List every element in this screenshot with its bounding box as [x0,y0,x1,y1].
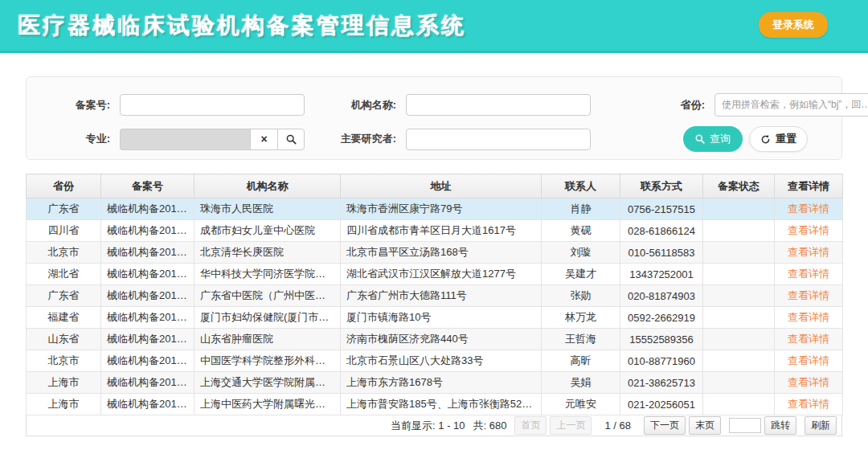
table-row[interactable]: 福建省械临机构备201800006厦门市妇幼保健院(厦门市林巧稚...厦门市镇海… [27,307,843,329]
cell-address: 珠海市香洲区康宁路79号 [341,198,542,220]
province-placeholder: 使用拼音检索，例如输入“bj”，回车即选... [722,98,868,112]
cell-address: 广东省广州市大德路111号 [341,285,542,307]
page-title: 医疗器械临床试验机构备案管理信息系统 [18,10,466,41]
cell-status [703,264,775,285]
cell-status [703,198,775,220]
table-row[interactable]: 山东省械临机构备201800007山东省肿瘤医院济南市槐荫区济兖路440号王哲海… [27,329,843,350]
view-detail-link[interactable]: 查看详情 [788,246,829,258]
cell-filing_no: 械临机构备201800010 [101,394,194,415]
cell-contact: 肖静 [542,198,620,220]
table-row[interactable]: 北京市械临机构备201800008中国医学科学院整形外科医院北京市石景山区八大处… [27,350,843,372]
cell-status [703,350,775,372]
cell-contact: 刘璇 [542,242,620,264]
specialty-clear-button[interactable]: × [250,129,277,150]
cell-contact: 高昕 [542,350,620,372]
view-detail-link[interactable]: 查看详情 [788,333,829,345]
view-detail-link[interactable]: 查看详情 [788,289,829,301]
cell-address: 北京市石景山区八大处路33号 [341,350,542,372]
column-header-4: 联系人 [542,174,620,198]
cell-address: 厦门市镇海路10号 [341,307,542,329]
cell-filing_no: 械临机构备201800002 [101,220,194,242]
table-row[interactable]: 北京市械临机构备201800003北京清华长庚医院北京市昌平区立汤路168号刘璇… [27,242,843,264]
query-button[interactable]: 查询 [683,126,743,152]
table-row[interactable]: 广东省械临机构备201800005广东省中医院（广州中医药大学第...广东省广州… [27,285,843,307]
view-detail-link[interactable]: 查看详情 [788,202,829,215]
table-row[interactable]: 上海市械临机构备201800009上海交通大学医学院附属上海儿童...上海市东方… [27,372,843,394]
view-detail-link[interactable]: 查看详情 [788,354,829,366]
total-count-text: 共: 680 [473,419,507,433]
cell-org: 珠海市人民医院 [194,198,341,220]
cell-contact: 张勋 [542,285,620,307]
cell-contact: 元唯安 [542,394,620,415]
cell-filing_no: 械临机构备201800008 [101,350,194,372]
cell-phone: 0756-2157515 [620,198,703,220]
view-detail-link[interactable]: 查看详情 [788,311,829,323]
cell-address: 上海市东方路1678号 [341,372,542,394]
table-header-row: 省份备案号机构名称地址联系人联系方式备案状态查看详情 [27,174,843,198]
view-detail-link[interactable]: 查看详情 [788,224,829,236]
cell-status [703,285,775,307]
specialty-search-button[interactable] [277,129,305,150]
cell-status [703,307,775,329]
table-row[interactable]: 湖北省械临机构备201800004华中科技大学同济医学院附属协和医院湖北省武汉市… [27,264,843,285]
cell-province: 广东省 [27,285,101,307]
province-select[interactable]: 使用拼音检索，例如输入“bj”，回车即选... [714,93,868,117]
cell-contact: 王哲海 [542,329,620,350]
reset-button[interactable]: 重置 [749,126,808,152]
next-page-button[interactable]: 下一页 [644,416,686,435]
first-page-button[interactable]: 首页 [514,416,547,435]
cell-province: 上海市 [27,372,101,394]
cell-org: 成都市妇女儿童中心医院 [194,220,341,242]
cell-province: 北京市 [27,350,101,372]
view-detail-link[interactable]: 查看详情 [788,268,829,280]
cell-contact: 吴建才 [542,264,620,285]
login-button[interactable]: 登录系统 [759,12,828,38]
cell-address: 北京市昌平区立汤路168号 [341,242,542,264]
org-name-input[interactable] [406,94,591,116]
refresh-button[interactable]: 刷新 [805,416,837,435]
pi-label: 主要研究者: [327,132,396,146]
cell-org: 广东省中医院（广州中医药大学第... [194,285,341,307]
jump-button[interactable]: 跳转 [764,416,796,435]
column-header-0: 省份 [27,174,101,198]
column-header-7: 查看详情 [775,174,843,198]
cell-status [703,220,775,242]
cell-contact: 林万龙 [542,307,620,329]
cell-org: 山东省肿瘤医院 [194,329,341,350]
cell-status [703,394,775,415]
prev-page-button[interactable]: 上一页 [550,416,592,435]
specialty-label: 专业: [41,132,110,146]
cell-org: 上海交通大学医学院附属上海儿童... [194,372,341,394]
cell-filing_no: 械临机构备201800004 [101,264,194,285]
cell-org: 华中科技大学同济医学院附属协和医院 [194,264,341,285]
table-row[interactable]: 广东省械临机构备201800001珠海市人民医院珠海市香洲区康宁路79号肖静07… [27,198,843,220]
view-detail-link[interactable]: 查看详情 [788,398,829,410]
cell-province: 广东省 [27,198,101,220]
jump-page-input[interactable] [729,418,761,433]
filing-no-input[interactable] [120,94,305,116]
cell-detail: 查看详情 [775,372,843,394]
cell-phone: 010-88771960 [620,350,703,372]
cell-status [703,372,775,394]
table-row[interactable]: 上海市械临机构备201800010上海中医药大学附属曙光医院上海市普安路185号… [27,394,843,415]
specialty-input-group: × [120,129,305,150]
province-label: 省份: [636,98,705,112]
cell-phone: 13437252001 [620,264,703,285]
column-header-5: 联系方式 [620,174,703,198]
search-filter-panel: 备案号: 机构名称: 省份: 使用拼音检索，例如输入“bj”，回车即选... 专… [26,76,842,160]
cell-detail: 查看详情 [775,220,843,242]
cell-status [703,329,775,350]
cell-org: 北京清华长庚医院 [194,242,341,264]
view-detail-link[interactable]: 查看详情 [788,376,829,388]
cell-address: 四川省成都市青羊区日月大道1617号 [341,220,542,242]
cell-detail: 查看详情 [775,350,843,372]
column-header-1: 备案号 [101,174,194,198]
table-body: 广东省械临机构备201800001珠海市人民医院珠海市香洲区康宁路79号肖静07… [27,198,843,415]
last-page-button[interactable]: 末页 [689,416,721,435]
page-indicator: 1 / 68 [604,419,631,432]
table-row[interactable]: 四川省械临机构备201800002成都市妇女儿童中心医院四川省成都市青羊区日月大… [27,220,843,242]
cell-org: 中国医学科学院整形外科医院 [194,350,341,372]
cell-detail: 查看详情 [775,307,843,329]
search-icon [286,134,297,145]
pi-input[interactable] [406,129,591,150]
